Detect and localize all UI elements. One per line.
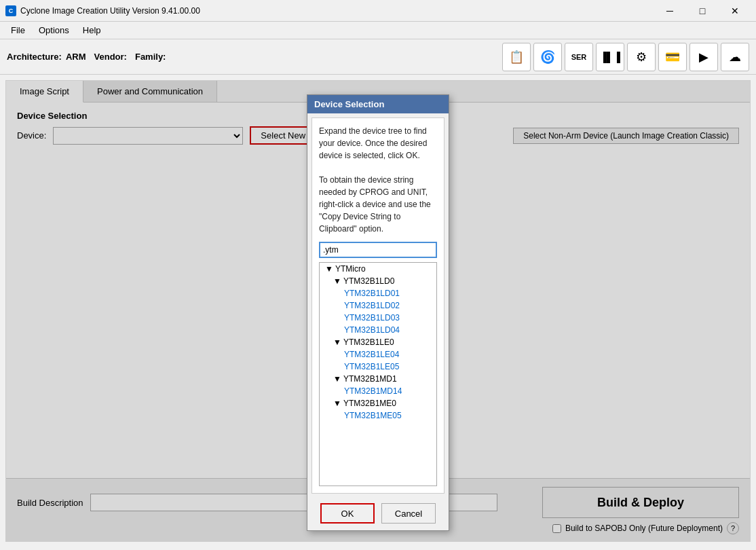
modal-title: Device Selection <box>307 95 449 113</box>
menu-options[interactable]: Options <box>33 24 75 37</box>
vendor-label: Vendor: <box>94 52 127 62</box>
tree-item-ytm32b1ld03[interactable]: YTM32B1LD03 <box>320 312 436 324</box>
tree-item-ytm32b1ld0[interactable]: ▼ YTM32B1LD0 <box>320 275 436 287</box>
modal-description: Expand the device tree to find your devi… <box>319 125 437 235</box>
toolbar-icons: 📋 🌀 SER ▐▌▐ ⚙ 💳 ▶ ☁ <box>502 43 749 71</box>
modal-overlay: Device Selection Expand the device tree … <box>6 81 750 541</box>
close-button[interactable]: ✕ <box>719 2 751 20</box>
architecture-group: Architecture: ARM <box>7 52 86 62</box>
tree-item-ytm32b1me05[interactable]: YTM32B1ME05 <box>320 409 436 422</box>
cloud-toolbar-btn[interactable]: ☁ <box>721 43 749 71</box>
architecture-label: Architecture: <box>7 52 62 62</box>
modal-ok-button[interactable]: OK <box>320 503 375 524</box>
tree-item-ytm32b1ld02[interactable]: YTM32B1LD02 <box>320 299 436 312</box>
family-label: Family: <box>135 52 166 62</box>
tree-item-ytm32b1me0[interactable]: ▼ YTM32B1ME0 <box>320 397 436 409</box>
window-controls: ─ □ ✕ <box>654 2 751 20</box>
menu-file[interactable]: File <box>5 24 31 37</box>
app-title: Cyclone Image Creation Utility Version 9… <box>20 6 654 16</box>
tree-item-ytm32b1le05[interactable]: YTM32B1LE05 <box>320 361 436 373</box>
modal-footer: OK Cancel <box>307 498 449 530</box>
cyclone-toolbar-btn[interactable]: 🌀 <box>533 43 562 71</box>
modal-cancel-button[interactable]: Cancel <box>381 503 436 524</box>
main-content: Image Script Power and Communication Dev… <box>5 80 751 542</box>
menu-help[interactable]: Help <box>77 24 107 37</box>
remote-toolbar-btn[interactable]: ▶ <box>689 43 718 71</box>
architecture-value: ARM <box>66 52 86 62</box>
vendor-group: Vendor: <box>94 52 127 62</box>
settings-toolbar-btn[interactable]: ⚙ <box>627 43 656 71</box>
maximize-button[interactable]: □ <box>687 2 718 20</box>
tree-item-ytm32b1ld01[interactable]: YTM32B1LD01 <box>320 287 436 299</box>
title-bar: C Cyclone Image Creation Utility Version… <box>0 0 756 22</box>
card-toolbar-btn[interactable]: 💳 <box>658 43 687 71</box>
toolbar: Architecture: ARM Vendor: Family: 📋 🌀 SE… <box>0 39 756 75</box>
minimize-button[interactable]: ─ <box>654 2 685 20</box>
script-toolbar-btn[interactable]: 📋 <box>502 43 531 71</box>
tree-item-ytm32b1ld04[interactable]: YTM32B1LD04 <box>320 324 436 336</box>
device-selection-modal: Device Selection Expand the device tree … <box>307 94 449 531</box>
device-search-input[interactable] <box>319 242 437 258</box>
tree-item-ytm32b1le0[interactable]: ▼ YTM32B1LE0 <box>320 336 436 348</box>
memory-toolbar-btn[interactable]: SER <box>565 43 593 71</box>
modal-body: Expand the device tree to find your devi… <box>311 117 445 494</box>
barcode-toolbar-btn[interactable]: ▐▌▐ <box>596 43 624 71</box>
app-icon: C <box>5 5 16 16</box>
tree-item-ytm32b1md14[interactable]: YTM32B1MD14 <box>320 385 436 397</box>
device-tree[interactable]: ▼ YTMicro ▼ YTM32B1LD0 YTM32B1LD01 YTM32… <box>319 262 437 486</box>
tree-item-ytmicro[interactable]: ▼ YTMicro <box>320 263 436 275</box>
tree-item-ytm32b1md1[interactable]: ▼ YTM32B1MD1 <box>320 373 436 385</box>
menu-bar: File Options Help <box>0 22 756 39</box>
family-group: Family: <box>135 52 166 62</box>
tree-item-ytm32b1le04[interactable]: YTM32B1LE04 <box>320 348 436 361</box>
